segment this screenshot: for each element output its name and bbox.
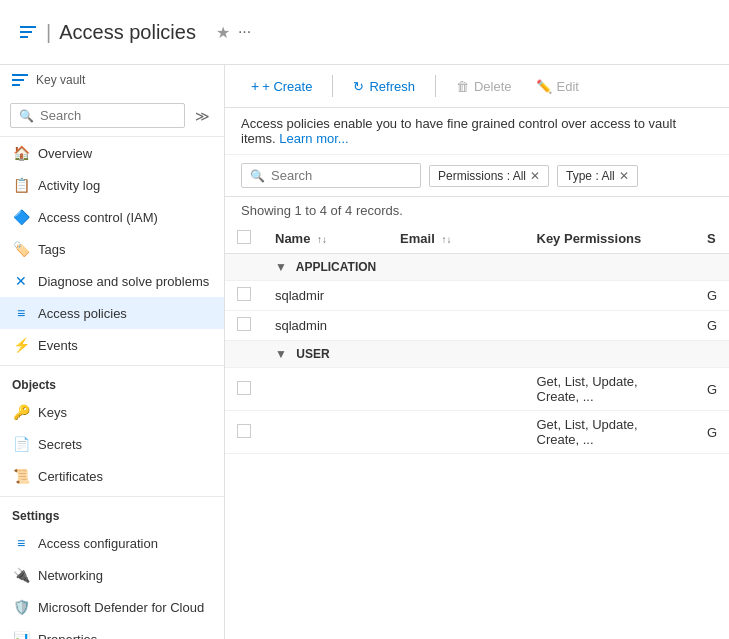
- filter-bar: 🔍 Permissions : All ✕ Type : All ✕: [225, 155, 729, 197]
- objects-group-label: Objects: [0, 365, 224, 396]
- s-column-header: S: [695, 224, 729, 254]
- cell-name-2: sqladmin: [263, 311, 388, 341]
- permissions-filter-label: Permissions : All: [438, 169, 526, 183]
- permissions-filter-tag: Permissions : All ✕: [429, 165, 549, 187]
- cell-key-2: [525, 311, 695, 341]
- sidebar-diagnose-label: Diagnose and solve problems: [38, 274, 209, 289]
- create-label: + Create: [262, 79, 312, 94]
- type-filter-close[interactable]: ✕: [619, 169, 629, 183]
- properties-icon: 📊: [12, 630, 30, 639]
- permissions-filter-close[interactable]: ✕: [530, 169, 540, 183]
- sidebar-access-config-label: Access configuration: [38, 536, 158, 551]
- certificates-icon: 📜: [12, 467, 30, 485]
- delete-button[interactable]: 🗑 Delete: [446, 74, 522, 99]
- sidebar-secrets-label: Secrets: [38, 437, 82, 452]
- user-chevron-icon[interactable]: ▼: [275, 347, 287, 361]
- filter-search-input[interactable]: [271, 168, 412, 183]
- toolbar-sep-2: [435, 75, 436, 97]
- row-checkbox-4[interactable]: [237, 424, 251, 438]
- sidebar-networking-label: Networking: [38, 568, 103, 583]
- access-policies-table: Name ↑↓ Email ↑↓ Key Permissions S: [225, 224, 729, 454]
- defender-icon: 🛡️: [12, 598, 30, 616]
- cell-name-3: [263, 368, 388, 411]
- sidebar-access-control-label: Access control (IAM): [38, 210, 158, 225]
- cell-s-3: G: [695, 368, 729, 411]
- cell-key-3: Get, List, Update, Create, ...: [525, 368, 695, 411]
- sidebar-kv-icon: [12, 74, 28, 86]
- sidebar-access-policies-label: Access policies: [38, 306, 127, 321]
- key-permissions-column-header: Key Permissions: [525, 224, 695, 254]
- sidebar-tags-label: Tags: [38, 242, 65, 257]
- cell-email-2: [388, 311, 524, 341]
- info-bar: Access policies enable you to have fine …: [225, 108, 729, 155]
- user-group-row: ▼ USER: [225, 341, 729, 368]
- sidebar-item-access-config[interactable]: ≡ Access configuration: [0, 527, 224, 559]
- more-options-icon[interactable]: ···: [238, 23, 251, 41]
- create-button[interactable]: + + Create: [241, 73, 322, 99]
- records-info: Showing 1 to 4 of 4 records.: [225, 197, 729, 224]
- refresh-button[interactable]: ↻ Refresh: [343, 74, 425, 99]
- edit-label: Edit: [557, 79, 579, 94]
- events-icon: ⚡: [12, 336, 30, 354]
- application-chevron-icon[interactable]: ▼: [275, 260, 287, 274]
- email-column-header[interactable]: Email ↑↓: [388, 224, 524, 254]
- table-row: Get, List, Update, Create, ... G: [225, 368, 729, 411]
- sidebar-search-box[interactable]: 🔍: [10, 103, 185, 128]
- sidebar-item-events[interactable]: ⚡ Events: [0, 329, 224, 361]
- header-checkbox[interactable]: [237, 230, 251, 244]
- sidebar-item-properties[interactable]: 📊 Properties: [0, 623, 224, 639]
- sidebar-item-diagnose[interactable]: ✕ Diagnose and solve problems: [0, 265, 224, 297]
- application-group-label: APPLICATION: [296, 260, 376, 274]
- secrets-icon: 📄: [12, 435, 30, 453]
- filter-search-box[interactable]: 🔍: [241, 163, 421, 188]
- sidebar-item-activity-log[interactable]: 📋 Activity log: [0, 169, 224, 201]
- sidebar-item-access-policies[interactable]: ≡ Access policies: [0, 297, 224, 329]
- sidebar-events-label: Events: [38, 338, 78, 353]
- cell-email-4: [388, 411, 524, 454]
- filter-search-icon: 🔍: [250, 169, 265, 183]
- sidebar-search-input[interactable]: [40, 108, 176, 123]
- tags-icon: 🏷️: [12, 240, 30, 258]
- table-row: Get, List, Update, Create, ... G: [225, 411, 729, 454]
- user-group-label: USER: [296, 347, 329, 361]
- cell-key-1: [525, 281, 695, 311]
- table-header: Name ↑↓ Email ↑↓ Key Permissions S: [225, 224, 729, 254]
- sidebar-defender-label: Microsoft Defender for Cloud: [38, 600, 204, 615]
- sidebar-item-certificates[interactable]: 📜 Certificates: [0, 460, 224, 492]
- settings-group-label: Settings: [0, 496, 224, 527]
- sidebar-collapse-icon[interactable]: ≫: [191, 106, 214, 126]
- type-filter-tag: Type : All ✕: [557, 165, 638, 187]
- sidebar-activity-label: Activity log: [38, 178, 100, 193]
- sidebar-item-defender[interactable]: 🛡️ Microsoft Defender for Cloud: [0, 591, 224, 623]
- row-checkbox-2[interactable]: [237, 317, 251, 331]
- edit-icon: ✏️: [536, 79, 552, 94]
- cell-key-4: Get, List, Update, Create, ...: [525, 411, 695, 454]
- row-checkbox-1[interactable]: [237, 287, 251, 301]
- table-body: ▼ APPLICATION sqladmir G sqladmin: [225, 254, 729, 454]
- learn-more-link[interactable]: Learn mor...: [279, 131, 348, 146]
- name-column-header[interactable]: Name ↑↓: [263, 224, 388, 254]
- access-policies-icon: ≡: [12, 304, 30, 322]
- sidebar-item-secrets[interactable]: 📄 Secrets: [0, 428, 224, 460]
- sidebar-search-icon: 🔍: [19, 109, 34, 123]
- diagnose-icon: ✕: [12, 272, 30, 290]
- page-title: Access policies: [59, 21, 196, 44]
- page-header: | Access policies ★ ···: [0, 0, 729, 65]
- key-vault-icon: [20, 26, 36, 38]
- row-checkbox-3[interactable]: [237, 381, 251, 395]
- edit-button[interactable]: ✏️ Edit: [526, 74, 589, 99]
- email-sort-icon: ↑↓: [441, 234, 451, 245]
- sidebar: Key vault 🔍 ≫ 🏠 Overview 📋 Activity log …: [0, 65, 225, 639]
- sidebar-item-overview[interactable]: 🏠 Overview: [0, 137, 224, 169]
- sidebar-item-networking[interactable]: 🔌 Networking: [0, 559, 224, 591]
- cell-email-1: [388, 281, 524, 311]
- sidebar-item-keys[interactable]: 🔑 Keys: [0, 396, 224, 428]
- favorite-star-icon[interactable]: ★: [216, 23, 230, 42]
- sidebar-properties-label: Properties: [38, 632, 97, 640]
- sidebar-key-vault-header: Key vault: [0, 65, 224, 95]
- sidebar-nav: 🏠 Overview 📋 Activity log 🔷 Access contr…: [0, 137, 224, 639]
- sidebar-certificates-label: Certificates: [38, 469, 103, 484]
- sidebar-item-access-control[interactable]: 🔷 Access control (IAM): [0, 201, 224, 233]
- sidebar-item-tags[interactable]: 🏷️ Tags: [0, 233, 224, 265]
- delete-label: Delete: [474, 79, 512, 94]
